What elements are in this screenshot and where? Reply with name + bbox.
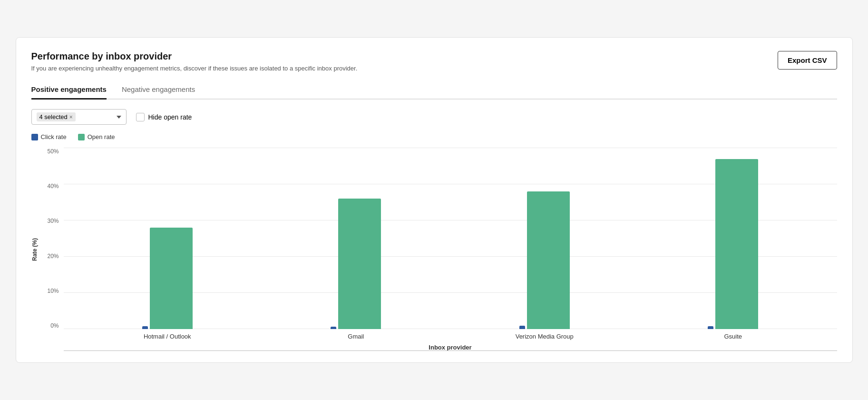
open-rate-legend-color [78,134,85,140]
hide-open-rate-toggle[interactable]: Hide open rate [136,113,192,121]
open-rate-bar-0 [150,228,193,329]
open-rate-bar-1 [338,199,381,329]
click-rate-bar-3 [708,326,713,329]
y-label-10: 10% [47,288,59,294]
tab-bar: Positive engagements Negative engagement… [31,81,837,100]
tab-negative-engagements[interactable]: Negative engagements [122,81,195,100]
legend-open-rate: Open rate [78,133,115,140]
click-rate-bar-2 [519,326,525,329]
provider-selector[interactable]: 4 selected × [31,109,127,125]
y-axis-title: Rate (%) [31,238,38,261]
bar-group-0 [73,148,262,329]
x-label-2: Verizon Media Group [450,333,639,340]
open-rate-bar-3 [715,159,758,329]
card-title: Performance by inbox provider [31,51,358,62]
bar-group-2 [450,148,639,329]
x-axis-title: Inbox provider [64,344,837,351]
controls-bar: 4 selected × Hide open rate [31,109,837,125]
click-rate-legend-label: Click rate [41,133,67,140]
tab-positive-engagements[interactable]: Positive engagements [31,81,107,100]
performance-card: Performance by inbox provider If you are… [16,37,853,363]
click-rate-bar-1 [331,327,336,329]
bars-container [64,148,837,329]
chart-area: Rate (%) 50% 40% 30% 20% 10% 0% [31,148,837,351]
x-label-1: Gmail [262,333,450,340]
hide-open-rate-checkbox[interactable] [136,113,145,121]
clear-selection-icon[interactable]: × [69,114,73,120]
open-rate-legend-label: Open rate [88,133,115,140]
card-subtitle: If you are experiencing unhealthy engage… [31,65,358,72]
selected-badge: 4 selected × [37,112,76,121]
x-axis-line [64,350,837,351]
y-label-0: 0% [50,322,59,329]
hide-open-rate-label: Hide open rate [148,113,192,121]
chart-inner: Hotmail / OutlookGmailVerizon Media Grou… [64,148,837,351]
chevron-down-icon [117,116,121,119]
x-axis-labels: Hotmail / OutlookGmailVerizon Media Grou… [64,333,837,340]
x-label-3: Gsuite [639,333,828,340]
bar-group-3 [639,148,828,329]
open-rate-bar-2 [527,191,570,329]
export-csv-button[interactable]: Export CSV [778,51,837,70]
legend-click-rate: Click rate [31,133,67,140]
click-rate-bar-0 [142,326,148,329]
click-rate-legend-color [31,134,38,140]
y-axis: 50% 40% 30% 20% 10% 0% [40,148,64,329]
y-axis-wrapper: Rate (%) 50% 40% 30% 20% 10% 0% [31,148,64,351]
chart-legend: Click rate Open rate [31,133,837,140]
y-label-50: 50% [47,148,59,155]
y-label-20: 20% [47,253,59,260]
y-label-40: 40% [47,183,59,190]
header-text: Performance by inbox provider If you are… [31,51,358,72]
bar-group-1 [262,148,450,329]
x-label-0: Hotmail / Outlook [73,333,262,340]
card-header: Performance by inbox provider If you are… [31,51,837,72]
y-label-30: 30% [47,218,59,224]
